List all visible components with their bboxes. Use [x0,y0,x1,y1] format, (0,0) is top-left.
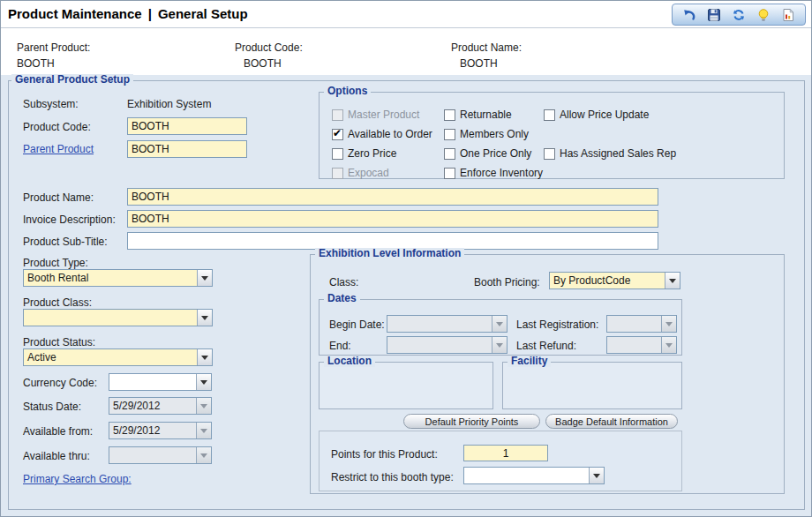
product-name-label: Product Name: [23,191,94,204]
dropdown-arrow-icon[interactable] [196,374,211,390]
last-refund-input [606,336,677,354]
invoice-description-input[interactable] [127,210,658,228]
booth-pricing-label: Booth Pricing: [474,276,540,288]
checkbox-label: Master Product [348,109,419,121]
status-date-label: Status Date: [23,401,81,413]
checkbox-zero-price[interactable]: Zero Price [332,147,396,160]
available-from-label: Available from: [23,425,93,438]
facility-fieldset [502,362,682,409]
points-for-product-input[interactable] [463,445,548,461]
restrict-booth-type-select[interactable] [463,467,605,484]
dropdown-arrow-icon [196,423,211,438]
location-fieldset [319,362,493,409]
product-maintenance-window: Product Maintenance|General Setup [0,0,812,517]
undo-icon [682,8,696,22]
dropdown-arrow-icon [661,316,676,332]
product-type-label: Product Type: [23,257,88,269]
checkbox-available-to-order[interactable]: Available to Order [332,128,432,140]
checkbox-returnable[interactable]: Returnable [444,109,512,121]
status-date-value: 5/29/2012 [109,400,196,412]
checkbox-box [332,168,343,179]
dropdown-arrow-icon[interactable] [197,349,212,365]
checkbox-box [444,109,455,121]
dropdown-arrow-icon [661,337,676,353]
product-name-input[interactable] [127,188,658,206]
product-class-label: Product Class: [23,296,92,309]
product-status-value: Active [24,351,197,363]
exhibition-level-information-legend: Exhibition Level Information [315,248,464,259]
checkbox-box [332,148,343,160]
checkbox-expocad[interactable]: Expocad [332,167,389,179]
checkbox-label: Returnable [460,109,512,121]
checkbox-label: Expocad [348,167,389,179]
booth-pricing-select[interactable]: By ProductCode [549,272,680,289]
product-type-select[interactable]: Booth Rental [23,269,213,287]
save-button[interactable] [705,6,723,24]
checkbox-allow-price-update[interactable]: Allow Price Update [544,109,649,121]
checkbox-box [544,148,555,160]
dropdown-arrow-icon [492,316,507,332]
last-registration-input [606,315,677,333]
available-thru-label: Available thru: [23,450,90,462]
dropdown-arrow-icon[interactable] [197,310,212,326]
checkbox-label: Allow Price Update [560,109,649,121]
summary-product-code-label: Product Code: [235,41,303,54]
checkbox-box [332,109,343,121]
currency-code-label: Currency Code: [23,377,97,389]
currency-code-select[interactable] [109,373,212,391]
facility-legend: Facility [508,356,551,367]
checkbox-one-price-only[interactable]: One Price Only [444,147,531,160]
available-from-input[interactable]: 5/29/2012 [109,422,212,439]
product-code-label: Product Code: [23,121,91,133]
primary-search-group-link[interactable]: Primary Search Group: [23,473,132,485]
product-type-value: Booth Rental [24,272,197,284]
badge-default-information-button[interactable]: Badge Default Information [545,414,678,429]
checkbox-label: Zero Price [348,147,396,160]
checkbox-members-only[interactable]: Members Only [444,128,529,140]
dropdown-arrow-icon[interactable] [665,273,680,288]
checkbox-label: Members Only [460,128,529,140]
parent-product-link[interactable]: Parent Product [23,143,94,155]
report-button[interactable] [779,6,797,24]
checkbox-label: Available to Order [348,128,432,140]
checkbox-label: One Price Only [460,147,531,160]
checkbox-master-product[interactable]: Master Product [332,109,419,121]
dates-legend: Dates [324,293,360,304]
last-refund-label: Last Refund: [516,340,576,352]
restrict-booth-type-label: Restrict to this booth type: [331,471,454,483]
page-title: Product Maintenance|General Setup [8,6,248,21]
checkbox-box [544,109,555,121]
summary-parent-product-label: Parent Product: [17,41,90,54]
summary-product-code-value: BOOTH [244,57,282,70]
product-subtitle-label: Product Sub-Title: [23,236,108,248]
begin-date-input [387,315,508,333]
product-class-select[interactable] [23,309,213,326]
subsystem-value: Exhibition System [127,98,211,110]
checkbox-box [444,168,455,179]
save-icon [707,8,721,22]
product-status-select[interactable]: Active [23,348,213,366]
options-legend: Options [324,86,371,97]
general-product-setup-legend: General Product Setup [11,74,133,86]
summary-bar [1,29,812,75]
refresh-button[interactable] [730,6,748,24]
checkbox-enforce-inventory[interactable]: Enforce Inventory [444,167,543,179]
dropdown-arrow-icon[interactable] [589,468,604,483]
dropdown-arrow-icon[interactable] [197,270,212,286]
checkbox-has-assigned-sales-rep[interactable]: Has Assigned Sales Rep [544,147,676,160]
checkbox-box [332,129,343,140]
page-title-main: Product Maintenance [8,6,142,21]
lightbulb-button[interactable] [755,6,772,24]
checkbox-label: Enforce Inventory [460,167,543,179]
product-code-input[interactable] [127,117,247,135]
undo-button[interactable] [680,6,698,24]
summary-product-name-value: BOOTH [460,57,498,70]
parent-product-input[interactable] [127,140,247,158]
end-date-input [387,336,508,354]
default-priority-points-button[interactable]: Default Priority Points [403,414,540,429]
status-date-input[interactable]: 5/29/2012 [109,397,212,415]
dropdown-arrow-icon [492,337,507,353]
dropdown-arrow-icon [196,447,211,463]
refresh-icon [732,8,746,22]
booth-pricing-value: By ProductCode [550,274,665,287]
